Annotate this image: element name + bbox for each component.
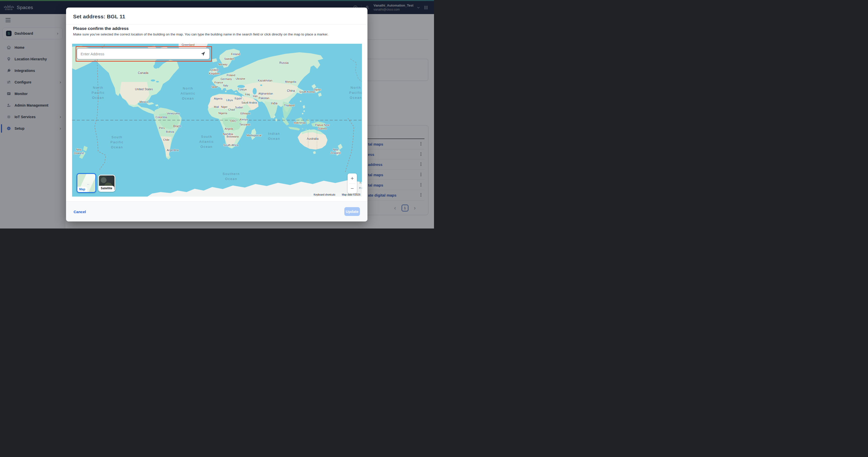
world-map-svg xyxy=(72,44,362,197)
map-data-copyright: Map data ©2026 xyxy=(342,193,361,196)
satellite-view-button[interactable]: Satellite xyxy=(98,175,115,192)
address-search-box xyxy=(76,48,210,60)
update-button[interactable]: Update xyxy=(344,207,360,216)
modal-footer: Cancel Update xyxy=(66,201,367,222)
cancel-button[interactable]: Cancel xyxy=(73,209,86,214)
road-arrow-icon: ← xyxy=(87,182,90,186)
locate-arrow-icon[interactable] xyxy=(200,51,206,56)
map-zoom-control: + − xyxy=(348,173,357,194)
modal-title: Set address: BGL 11 xyxy=(73,13,125,20)
app-window: cisco Spaces ? Vanathi_Automation_Test v… xyxy=(0,0,434,229)
map-view-button[interactable]: ← Map xyxy=(76,173,96,193)
zoom-out-button[interactable]: − xyxy=(348,184,357,194)
map-type-controls: ← Map Satellite xyxy=(76,173,115,193)
google-map[interactable]: GreenlandCanadaUnited StatesMexicoNorth … xyxy=(72,44,362,197)
keyboard-shortcuts-link[interactable]: Keyboard shortcuts xyxy=(314,193,335,196)
address-search-input[interactable] xyxy=(77,49,200,59)
zoom-in-button[interactable]: + xyxy=(348,173,357,183)
confirm-address-heading: Please confirm the address xyxy=(73,26,129,31)
confirm-address-description: Make sure you’ve selected the correct lo… xyxy=(73,32,360,36)
map-view-label: Map xyxy=(78,187,87,192)
satellite-view-label: Satellite xyxy=(99,186,114,191)
set-address-modal: Set address: BGL 11 Please confirm the a… xyxy=(66,7,367,222)
